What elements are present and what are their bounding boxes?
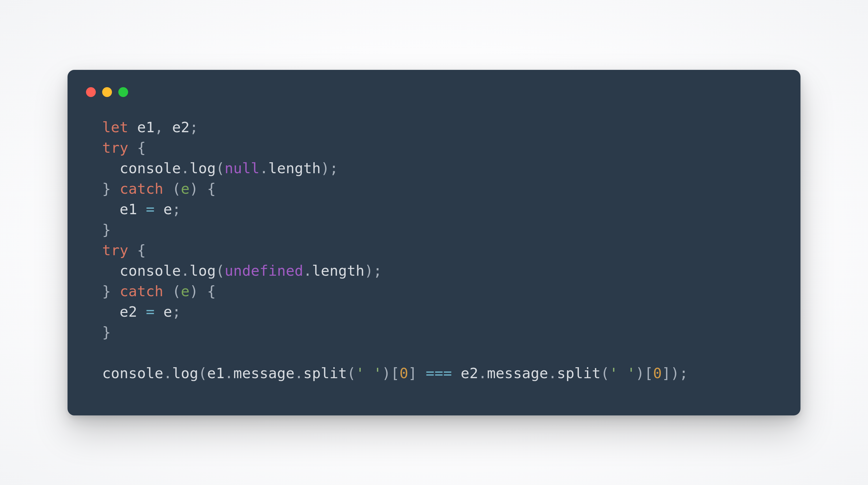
paren-open: ( [216, 263, 224, 279]
operator-strict-equal: === [426, 365, 452, 382]
string-literal: ' ' [610, 365, 636, 382]
number-literal: 0 [653, 365, 662, 382]
paren-open: ( [600, 365, 609, 382]
semicolon: ; [172, 303, 181, 320]
brace-close: } [102, 221, 111, 238]
operator-assign: = [146, 303, 155, 320]
identifier-e1: e1 [207, 365, 225, 382]
property-message: message [234, 365, 294, 382]
string-literal: ' ' [356, 365, 382, 382]
param-e: e [181, 180, 190, 197]
dot: . [260, 160, 268, 177]
method-split: split [303, 365, 347, 382]
identifier-console: console [102, 365, 163, 382]
comma: , [155, 119, 163, 136]
dot: . [181, 263, 190, 279]
paren-close: ) [382, 365, 391, 382]
dot: . [224, 365, 233, 382]
literal-undefined: undefined [224, 263, 303, 279]
keyword-try: try [102, 242, 128, 259]
method-log: log [190, 160, 216, 177]
paren-close: ) [671, 365, 679, 382]
semicolon: ; [373, 263, 382, 279]
bracket-close: ] [662, 365, 671, 382]
property-length: length [268, 160, 321, 177]
identifier-e2: e2 [120, 303, 137, 320]
keyword-let: let [102, 119, 128, 136]
paren-open: ( [216, 160, 224, 177]
keyword-catch: catch [120, 283, 164, 300]
semicolon: ; [190, 119, 198, 136]
identifier-e2: e2 [172, 119, 190, 136]
brace-close: } [102, 180, 111, 197]
identifier-console: console [120, 160, 181, 177]
method-log: log [190, 263, 216, 279]
identifier-e: e [163, 201, 172, 218]
dot: . [294, 365, 303, 382]
method-log: log [172, 365, 198, 382]
brace-open: { [137, 242, 146, 259]
method-split: split [557, 365, 601, 382]
bracket-open: [ [391, 365, 399, 382]
property-message: message [487, 365, 548, 382]
brace-open: { [137, 140, 146, 156]
paren-close: ) [365, 263, 373, 279]
dot: . [548, 365, 557, 382]
paren-close: ) [190, 283, 198, 300]
paren-open: ( [172, 180, 181, 197]
close-icon[interactable] [86, 87, 96, 97]
code-block: let e1, e2; try { console.log(null.lengt… [102, 117, 777, 384]
paren-open: ( [198, 365, 207, 382]
window-controls [86, 87, 777, 97]
brace-close: } [102, 283, 111, 300]
dot: . [478, 365, 487, 382]
minimize-icon[interactable] [102, 87, 112, 97]
brace-open: { [207, 283, 216, 300]
bracket-open: [ [644, 365, 653, 382]
semicolon: ; [172, 201, 181, 218]
number-literal: 0 [399, 365, 408, 382]
paren-close: ) [636, 365, 644, 382]
keyword-try: try [102, 140, 128, 156]
dot: . [163, 365, 172, 382]
identifier-console: console [120, 263, 181, 279]
canvas: let e1, e2; try { console.log(null.lengt… [0, 0, 868, 485]
paren-close: ) [190, 180, 198, 197]
identifier-e: e [163, 303, 172, 320]
dot: . [303, 263, 312, 279]
code-window: let e1, e2; try { console.log(null.lengt… [67, 70, 801, 416]
semicolon: ; [679, 365, 688, 382]
identifier-e1: e1 [120, 201, 137, 218]
literal-null: null [224, 160, 259, 177]
paren-close: ) [321, 160, 330, 177]
property-length: length [312, 263, 365, 279]
semicolon: ; [330, 160, 338, 177]
bracket-close: ] [408, 365, 417, 382]
dot: . [181, 160, 190, 177]
operator-assign: = [146, 201, 155, 218]
paren-open: ( [172, 283, 181, 300]
brace-close: } [102, 324, 111, 341]
identifier-e2: e2 [461, 365, 478, 382]
identifier-e1: e1 [137, 119, 155, 136]
param-e: e [181, 283, 190, 300]
brace-open: { [207, 180, 216, 197]
paren-open: ( [347, 365, 356, 382]
keyword-catch: catch [120, 180, 164, 197]
zoom-icon[interactable] [118, 87, 128, 97]
